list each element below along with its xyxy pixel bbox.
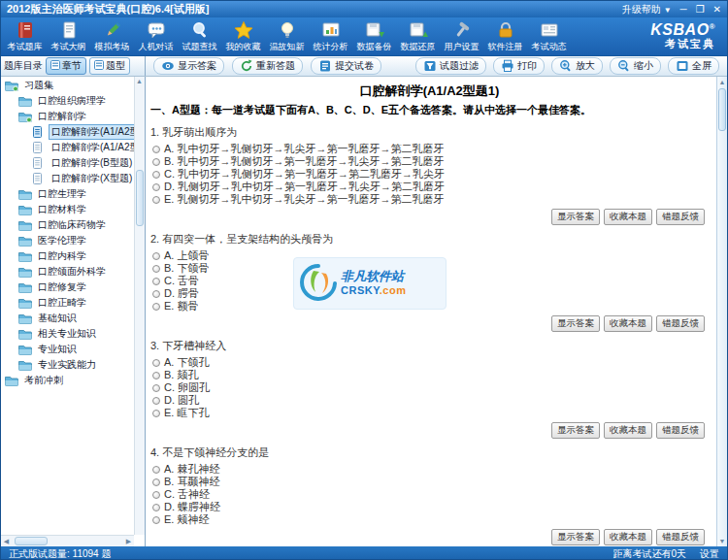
question-action-button[interactable]: 显示答案	[551, 529, 600, 545]
radio-icon[interactable]	[152, 410, 160, 417]
sidebar-vscroll-thumb[interactable]	[136, 170, 144, 226]
option-B[interactable]: B. 耳颞神经	[150, 476, 709, 488]
question-action-button[interactable]: 收藏本题	[604, 529, 652, 545]
tree-item[interactable]: 医学伦理学	[1, 233, 134, 248]
close-button[interactable]: ✕	[713, 5, 721, 15]
question-action-button[interactable]: 收藏本题	[604, 422, 652, 439]
tree-item[interactable]: 口腔组织病理学	[1, 93, 134, 109]
sidebar-vertical-scrollbar[interactable]: ▲	[134, 77, 145, 535]
radio-icon[interactable]	[152, 252, 160, 260]
submit-button[interactable]: 提交试卷	[311, 57, 381, 75]
option-D[interactable]: D. 蝶腭神经	[150, 501, 709, 513]
option-E[interactable]: E. 乳侧切牙→乳中切牙→乳尖牙→第一乳磨牙→第二乳磨牙	[150, 193, 709, 206]
radio-icon[interactable]	[152, 384, 160, 392]
toolbar-item-outline-doc[interactable]: 考试大纲	[47, 17, 90, 55]
tree-item[interactable]: 口腔生理学	[1, 186, 134, 202]
option-C[interactable]: C. 舌神经	[150, 488, 709, 501]
sidebar-hscroll-thumb[interactable]	[15, 537, 48, 545]
tree-item[interactable]: 基础知识	[1, 311, 134, 326]
tree-item[interactable]: 口腔解剖学(A1/A2型题)	[1, 124, 134, 140]
scroll-up-icon[interactable]: ▲	[135, 77, 144, 86]
tree-item[interactable]: 口腔解剖学(X型题)	[1, 171, 134, 186]
tree-item[interactable]: 习题集	[1, 78, 134, 93]
minimize-button[interactable]: ─	[680, 5, 687, 15]
zoom-in-button[interactable]: 放大	[551, 57, 603, 75]
toolbar-item-stats[interactable]: 统计分析	[309, 17, 352, 55]
option-A[interactable]: A. 棘孔神经	[150, 463, 709, 476]
option-B[interactable]: B. 颏孔	[150, 369, 709, 381]
tree-item[interactable]: 口腔解剖学(B型题)	[1, 155, 134, 171]
option-C[interactable]: C. 卵圆孔	[150, 381, 709, 394]
question-action-button[interactable]: 错题反馈	[656, 422, 705, 439]
radio-icon[interactable]	[152, 478, 160, 486]
eye-button[interactable]: 显示答案	[153, 57, 224, 75]
radio-icon[interactable]	[152, 158, 160, 166]
tab-章节[interactable]: 章节	[46, 57, 86, 75]
tree-item[interactable]: 口腔内科学	[1, 248, 134, 264]
filter-button[interactable]: 试题过滤	[415, 57, 486, 75]
question-action-button[interactable]: 错题反馈	[656, 529, 705, 545]
radio-icon[interactable]	[152, 504, 160, 511]
tree-item[interactable]: 口腔修复学	[1, 280, 134, 295]
tree-item[interactable]: 考前冲刺	[1, 373, 134, 388]
scroll-left-icon[interactable]: ◀	[2, 537, 11, 546]
radio-icon[interactable]	[152, 466, 160, 474]
tab-题型[interactable]: 题型	[89, 57, 130, 75]
content-vscroll-thumb[interactable]	[718, 88, 726, 131]
scroll-right-icon[interactable]: ▶	[124, 537, 133, 546]
toolbar-item-disk-restore[interactable]: 数据还原	[396, 17, 440, 55]
tree-item[interactable]: 口腔正畸学	[1, 295, 134, 311]
tree-item[interactable]: 口腔材料学	[1, 202, 134, 217]
radio-icon[interactable]	[152, 265, 160, 273]
tree-item[interactable]: 口腔解剖学(A1/A2型题)	[1, 140, 134, 155]
option-E[interactable]: E. 颊神经	[150, 513, 709, 526]
print-button[interactable]: 打印	[493, 57, 545, 75]
toolbar-item-disk-backup[interactable]: 数据备份	[352, 17, 396, 55]
scroll-down-icon[interactable]: ▼	[717, 536, 727, 546]
tree-item[interactable]: 相关专业知识	[1, 326, 134, 342]
option-D[interactable]: D. 圆孔	[150, 394, 709, 407]
question-action-button[interactable]: 显示答案	[551, 422, 600, 439]
tree-item[interactable]: 口腔解剖学	[1, 109, 134, 124]
toolbar-item-book[interactable]: 考试题库	[3, 17, 47, 55]
scroll-up-icon[interactable]: ▲	[717, 77, 727, 87]
sidebar-horizontal-scrollbar[interactable]: ◀ ▶	[1, 535, 134, 546]
toolbar-item-news[interactable]: 考试动态	[527, 17, 571, 55]
radio-icon[interactable]	[152, 303, 160, 311]
radio-icon[interactable]	[152, 290, 160, 298]
tree-item[interactable]: 专业知识	[1, 342, 134, 357]
radio-icon[interactable]	[152, 146, 160, 153]
option-E[interactable]: E. 眶下孔	[150, 407, 709, 419]
radio-icon[interactable]	[152, 491, 160, 499]
toolbar-item-chat[interactable]: 人机对话	[134, 17, 178, 55]
zoom-out-button[interactable]: 缩小	[610, 57, 661, 75]
content-vertical-scrollbar[interactable]: ▲ ▼	[716, 77, 727, 546]
radio-icon[interactable]	[152, 278, 160, 285]
toolbar-item-lock[interactable]: 软件注册	[483, 17, 527, 55]
tree-item[interactable]: 口腔颌面外科学	[1, 264, 134, 280]
toolbar-item-star[interactable]: 我的收藏	[221, 17, 265, 55]
settings-link[interactable]: 设置	[700, 547, 719, 560]
question-action-button[interactable]: 显示答案	[551, 315, 600, 332]
toolbar-item-hammer[interactable]: 用户设置	[440, 17, 483, 55]
radio-icon[interactable]	[152, 171, 160, 179]
question-action-button[interactable]: 收藏本题	[604, 315, 652, 332]
toolbar-item-search[interactable]: 试题查找	[178, 17, 221, 55]
fullscreen-button[interactable]: 全屏	[668, 57, 719, 75]
toolbar-item-pencil-exam[interactable]: 模拟考场	[90, 17, 134, 55]
restore-button[interactable]: ❐	[696, 5, 705, 15]
question-action-button[interactable]: 错题反馈	[656, 315, 705, 332]
radio-icon[interactable]	[152, 516, 160, 524]
upgrade-help-menu[interactable]: 升级帮助 ▼	[622, 5, 672, 15]
refresh-button[interactable]: 重新答题	[232, 57, 303, 75]
radio-icon[interactable]	[152, 359, 160, 367]
option-A[interactable]: A. 下颌孔	[150, 356, 709, 369]
question-action-button[interactable]: 显示答案	[551, 209, 600, 225]
radio-icon[interactable]	[152, 397, 160, 405]
tree-item[interactable]: 口腔临床药物学	[1, 217, 134, 233]
toolbar-item-bulb[interactable]: 温故知新	[265, 17, 309, 55]
radio-icon[interactable]	[152, 196, 160, 204]
question-action-button[interactable]: 错题反馈	[656, 209, 705, 225]
question-action-button[interactable]: 收藏本题	[604, 209, 652, 225]
radio-icon[interactable]	[152, 372, 160, 379]
